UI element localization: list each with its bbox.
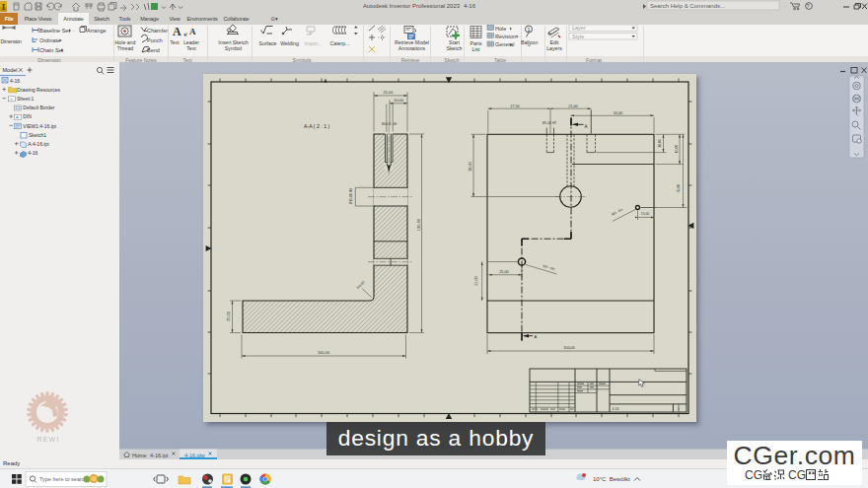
svg-text:A-A ( 2 : 1 ): A-A ( 2 : 1 ) (304, 123, 330, 129)
svg-text:10°C Bewölkt: 10°C Bewölkt (593, 476, 630, 482)
svg-text:4-16.idw: 4-16.idw (184, 453, 205, 458)
svg-text:Drawing Resources: Drawing Resources (17, 87, 60, 93)
svg-text:VIEW1:4-16.ipt: VIEW1:4-16.ipt (23, 123, 56, 129)
svg-text:REWI: REWI (36, 436, 59, 443)
svg-text:20,00: 20,00 (383, 90, 394, 95)
svg-text:Search Help & Commands...: Search Help & Commands... (650, 3, 725, 9)
svg-text:1: 1 (527, 27, 530, 33)
svg-text:Home: Home (132, 453, 147, 458)
svg-text:21,00: 21,00 (474, 276, 478, 286)
svg-text:A:4-16.ipt: A:4-16.ipt (28, 141, 49, 147)
svg-text:A: A (189, 27, 196, 36)
svg-text:Ø5,00 H7: Ø5,00 H7 (542, 121, 557, 125)
svg-text:120,00: 120,00 (416, 218, 421, 231)
svg-text:50,00: 50,00 (614, 111, 623, 115)
svg-text:4-16: 4-16 (10, 78, 20, 84)
svg-text:Autodesk Inventor Professional: Autodesk Inventor Professional 2023 (363, 3, 461, 9)
svg-text:R4,00: R4,00 (356, 280, 366, 290)
svg-text:A: A (585, 124, 589, 129)
svg-text:Type here to search: Type here to search (39, 476, 88, 482)
svg-text:Ø15,00 H9: Ø15,00 H9 (349, 188, 353, 205)
svg-text:A: A (535, 334, 538, 339)
svg-text:CG: CG (788, 468, 806, 482)
svg-text:A: A (173, 25, 181, 38)
svg-text:·: · (784, 3, 786, 9)
svg-text:17,50: 17,50 (510, 105, 520, 108)
svg-text:Sheet:1: Sheet:1 (17, 96, 34, 102)
svg-text:4-16: 4-16 (28, 150, 37, 156)
svg-text:45,00: 45,00 (677, 184, 681, 193)
svg-text:4-16: 4-16 (464, 3, 476, 9)
svg-text:Style: Style (572, 34, 584, 39)
svg-text:Sketch1: Sketch1 (29, 132, 46, 138)
svg-text:M3 - 6H: M3 - 6H (611, 207, 623, 216)
svg-text:1: 1 (678, 407, 680, 411)
svg-text:Model: Model (3, 67, 18, 73)
svg-text:M5x0,8 - 6H: M5x0,8 - 6H (382, 122, 397, 126)
svg-text:10,00: 10,00 (394, 98, 404, 103)
svg-text:CG: CG (745, 468, 762, 482)
svg-text:38,00: 38,00 (469, 162, 472, 172)
svg-text:16,00: 16,00 (675, 145, 679, 154)
svg-text:10,00: 10,00 (658, 139, 662, 148)
svg-text:15,00: 15,00 (641, 212, 650, 216)
svg-text:4-16: 4-16 (613, 407, 619, 411)
svg-text:Default Border: Default Border (23, 105, 55, 110)
svg-text:I: I (2, 2, 6, 12)
svg-text:100,00: 100,00 (563, 346, 575, 350)
svg-text:?: ? (806, 3, 809, 9)
svg-text:4-16.ipt: 4-16.ipt (150, 453, 169, 458)
svg-text:25,00: 25,00 (499, 270, 509, 274)
svg-text:21,00: 21,00 (568, 105, 578, 108)
svg-text:100,00: 100,00 (318, 350, 330, 355)
svg-text:DIN: DIN (23, 113, 32, 119)
svg-text:Layer: Layer (572, 25, 586, 31)
svg-text:35,00: 35,00 (226, 311, 231, 321)
